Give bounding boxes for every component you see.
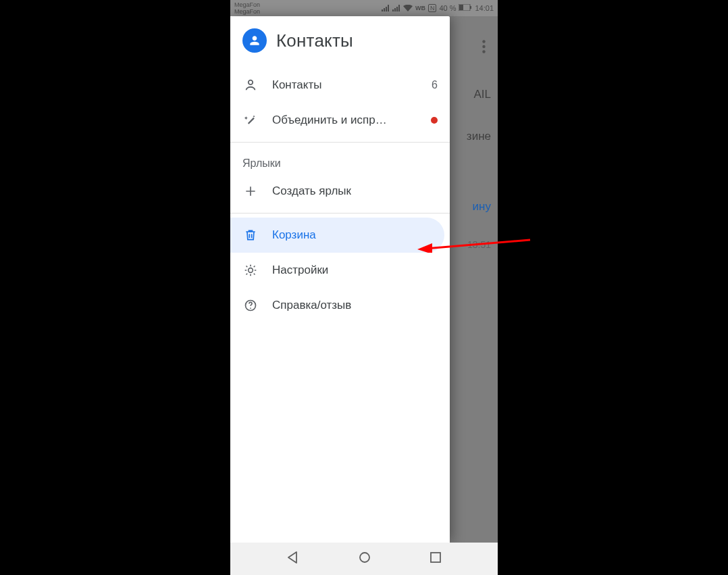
nav-item-label: Справка/отзыв [272,299,438,312]
nav-item-settings[interactable]: Настройки [230,253,450,288]
battery-icon [459,4,472,12]
nav-item-label: Объединить и испр… [272,114,417,127]
trash-icon [242,228,259,242]
bg-text-time: 13:51 [467,239,491,250]
plus-icon [242,184,259,198]
labels-section-header: Ярлыки [230,147,450,174]
back-button[interactable] [286,551,300,567]
bg-text-1: зине [467,130,491,143]
recents-button[interactable] [430,551,442,566]
clock-label: 14:01 [475,4,494,12]
more-icon[interactable] [482,40,486,57]
bg-text-link: ину [473,200,491,214]
nav-item-label: Создать ярлык [272,184,438,198]
app-title: Контакты [276,30,353,51]
battery-label: 40 % [439,4,456,12]
android-nav-bar [230,543,498,575]
help-icon [242,299,259,312]
nav-item-help[interactable]: Справка/отзыв [230,288,450,323]
svg-rect-2 [470,6,471,9]
svg-point-4 [482,45,485,48]
navigation-drawer: Контакты Контакты 6 Объединить и испр… Я… [230,16,450,543]
contacts-count: 6 [432,79,438,91]
svg-rect-1 [459,5,463,10]
person-icon [242,78,259,93]
nav-item-label: Настройки [272,264,438,277]
carrier-label-2: MegaFon [234,8,260,15]
signal-icon-2 [392,5,400,11]
gear-icon [242,264,259,277]
divider [230,142,450,143]
nav-item-contacts[interactable]: Контакты 6 [230,68,450,103]
wifi-icon [403,5,413,11]
status-bar: MegaFon MegaFon WB N 40 % 14:01 [230,0,498,16]
svg-point-7 [250,307,251,309]
nav-item-merge-fix[interactable]: Объединить и испр… [230,103,450,138]
carrier-label-1: MegaFon [234,1,260,8]
nav-item-label: Корзина [272,228,432,242]
drawer-header: Контакты [230,16,450,68]
nav-item-create-label[interactable]: Создать ярлык [230,174,450,209]
svg-point-5 [482,50,485,53]
nfc-icon: N [428,4,437,12]
contacts-app-icon [242,28,267,53]
divider [230,213,450,214]
svg-rect-9 [431,553,440,562]
bg-text-tab: AIL [473,88,491,101]
signal-icon-1 [382,5,390,11]
phone-frame: MegaFon MegaFon WB N 40 % 14:01 AIL [230,0,498,575]
nav-item-trash[interactable]: Корзина [230,218,444,253]
magic-wand-icon [242,114,259,127]
nav-item-label: Контакты [272,78,418,92]
wb-label: WB [415,5,425,11]
home-button[interactable] [358,551,371,567]
svg-point-3 [482,40,485,43]
notification-dot-icon [431,117,438,124]
svg-point-8 [360,553,369,562]
